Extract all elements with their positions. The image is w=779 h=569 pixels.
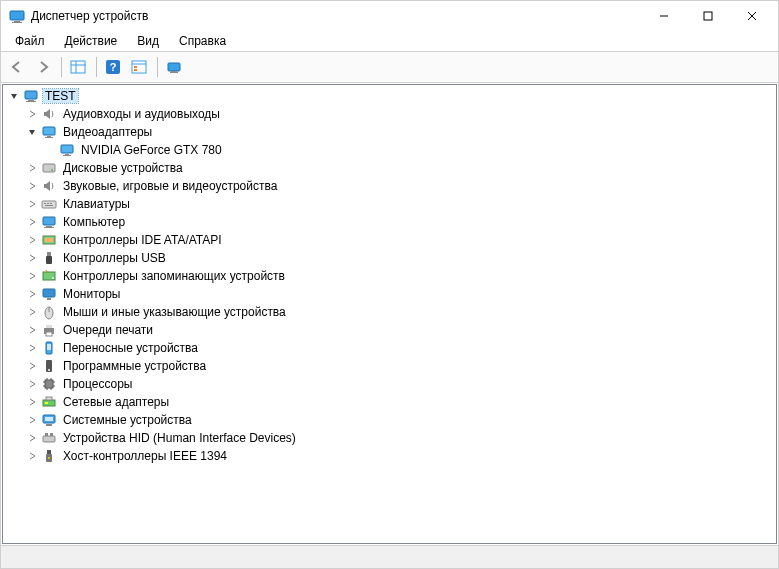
minimize-button[interactable] [642, 1, 686, 31]
tree-row[interactable]: Дисковые устройства [3, 159, 776, 177]
keyboard-icon [41, 196, 57, 212]
tree-row[interactable]: Компьютер [3, 213, 776, 231]
svg-rect-33 [50, 203, 52, 204]
tree-row[interactable]: Контроллеры IDE ATA/ATAPI [3, 231, 776, 249]
toolbar-separator [157, 57, 158, 77]
svg-rect-32 [47, 203, 49, 204]
svg-rect-19 [25, 91, 37, 99]
menu-action[interactable]: Действие [55, 32, 128, 50]
svg-rect-18 [170, 72, 178, 73]
expand-icon[interactable] [25, 413, 39, 427]
software-icon [41, 358, 57, 374]
tree-row[interactable]: Контроллеры запоминающих устройств [3, 267, 776, 285]
expand-icon[interactable] [25, 323, 39, 337]
tree-row[interactable]: Мониторы [3, 285, 776, 303]
expand-icon[interactable] [25, 233, 39, 247]
menu-help[interactable]: Справка [169, 32, 236, 50]
svg-rect-15 [134, 69, 137, 71]
svg-rect-25 [61, 145, 73, 153]
device-tree[interactable]: TESTАудиовходы и аудиовыходыВидеоадаптер… [3, 87, 776, 465]
tree-row[interactable]: Очереди печати [3, 321, 776, 339]
svg-rect-73 [47, 450, 51, 454]
firewire-icon [41, 448, 57, 464]
tree-row[interactable]: Переносные устройства [3, 339, 776, 357]
tree-row[interactable]: Аудиовходы и аудиовыходы [3, 105, 776, 123]
statusbar [1, 545, 778, 568]
expand-icon[interactable] [25, 341, 39, 355]
svg-rect-27 [63, 155, 71, 156]
svg-rect-45 [47, 298, 51, 300]
system-icon [41, 412, 57, 428]
help-button[interactable]: ? [101, 56, 125, 78]
expand-icon[interactable] [25, 215, 39, 229]
tree-spacer [43, 143, 57, 157]
tree-row[interactable]: Сетевые адаптеры [3, 393, 776, 411]
svg-rect-24 [45, 137, 53, 138]
tree-row[interactable]: Видеоадаптеры [3, 123, 776, 141]
mouse-icon [41, 304, 57, 320]
tree-row[interactable]: Программные устройства [3, 357, 776, 375]
svg-rect-7 [71, 61, 85, 73]
tree-row[interactable]: Устройства HID (Human Interface Devices) [3, 429, 776, 447]
display-icon [59, 142, 75, 158]
svg-point-29 [51, 169, 53, 171]
tree-item-label: Очереди печати [61, 323, 155, 337]
expand-icon[interactable] [25, 449, 39, 463]
menu-view[interactable]: Вид [127, 32, 169, 50]
svg-rect-1 [14, 21, 20, 22]
svg-text:?: ? [110, 61, 117, 73]
display-icon [41, 124, 57, 140]
expand-icon[interactable] [25, 107, 39, 121]
scan-hardware-button[interactable] [162, 56, 186, 78]
portable-icon [41, 340, 57, 356]
expand-icon[interactable] [25, 161, 39, 175]
tree-item-label: Контроллеры USB [61, 251, 168, 265]
svg-rect-16 [168, 63, 180, 71]
tree-item-label: Аудиовходы и аудиовыходы [61, 107, 222, 121]
svg-rect-26 [65, 154, 69, 155]
computer-icon [41, 214, 57, 230]
tree-row[interactable]: Процессоры [3, 375, 776, 393]
expand-icon[interactable] [25, 179, 39, 193]
tree-row[interactable]: Хост-контроллеры IEEE 1394 [3, 447, 776, 465]
svg-rect-70 [43, 436, 55, 442]
collapse-icon[interactable] [25, 125, 39, 139]
show-hide-tree-button[interactable] [66, 56, 90, 78]
tree-row[interactable]: NVIDIA GeForce GTX 780 [3, 141, 776, 159]
maximize-button[interactable] [686, 1, 730, 31]
svg-rect-14 [134, 66, 137, 68]
toolbar-separator [96, 57, 97, 77]
tree-row[interactable]: Клавиатуры [3, 195, 776, 213]
expand-icon[interactable] [25, 395, 39, 409]
expand-icon[interactable] [25, 269, 39, 283]
tree-row[interactable]: TEST [3, 87, 776, 105]
svg-rect-69 [46, 424, 52, 426]
close-button[interactable] [730, 1, 774, 31]
forward-button[interactable] [31, 56, 55, 78]
expand-icon[interactable] [25, 359, 39, 373]
computer-icon [23, 88, 39, 104]
tree-item-label: Переносные устройства [61, 341, 200, 355]
properties-button[interactable] [127, 56, 151, 78]
svg-rect-49 [46, 325, 52, 328]
expand-icon[interactable] [25, 377, 39, 391]
back-button[interactable] [5, 56, 29, 78]
tree-item-label: Контроллеры IDE ATA/ATAPI [61, 233, 224, 247]
svg-rect-22 [43, 127, 55, 135]
expand-icon[interactable] [25, 251, 39, 265]
tree-row[interactable]: Контроллеры USB [3, 249, 776, 267]
svg-rect-37 [44, 227, 54, 228]
expand-icon[interactable] [25, 431, 39, 445]
tree-row[interactable]: Звуковые, игровые и видеоустройства [3, 177, 776, 195]
expand-icon[interactable] [25, 305, 39, 319]
menu-file[interactable]: Файл [5, 32, 55, 50]
expand-icon[interactable] [25, 287, 39, 301]
collapse-icon[interactable] [7, 89, 21, 103]
svg-rect-34 [45, 205, 53, 206]
tree-row[interactable]: Системные устройства [3, 411, 776, 429]
content-area: TESTАудиовходы и аудиовыходыВидеоадаптер… [1, 83, 778, 545]
svg-rect-71 [45, 433, 48, 436]
tree-row[interactable]: Мыши и иные указывающие устройства [3, 303, 776, 321]
expand-icon[interactable] [25, 197, 39, 211]
tree-item-label: Устройства HID (Human Interface Devices) [61, 431, 298, 445]
